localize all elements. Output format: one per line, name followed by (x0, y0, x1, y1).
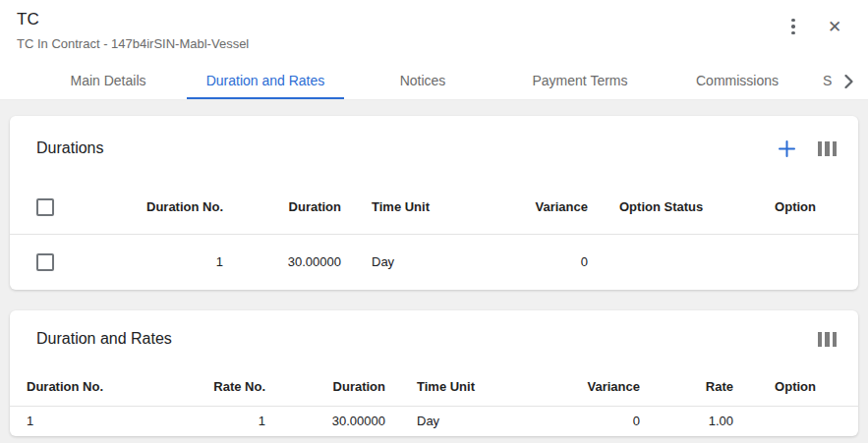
durations-header-row: Duration No. Duration Time Unit Variance… (10, 181, 858, 234)
columns-icon[interactable] (818, 332, 838, 347)
kebab-menu-icon[interactable] (783, 17, 803, 36)
col-time-unit: Time Unit (385, 367, 560, 406)
cell-time-unit: Day (385, 406, 560, 436)
tab-payment-terms[interactable]: Payment Terms (501, 63, 659, 99)
dialog-title-block: TC TC In Contract - 147b4irSIN-Mabl-Vess… (17, 9, 249, 51)
columns-icon[interactable] (818, 141, 838, 156)
duration-and-rates-card: Duration and Rates Duration No. Rate No.… (10, 310, 858, 436)
col-rate-no: Rate No. (147, 367, 265, 406)
tab-bar: Main Details Duration and Rates Notices … (0, 63, 868, 99)
cell-variance: 0 (560, 406, 640, 436)
tab-duration-and-rates[interactable]: Duration and Rates (187, 63, 344, 99)
durations-card-title: Durations (36, 139, 103, 157)
cell-option-status (588, 234, 725, 290)
cell-duration-no: 1 (10, 406, 147, 436)
select-all-checkbox[interactable] (36, 198, 54, 216)
durations-table: Duration No. Duration Time Unit Variance… (10, 181, 858, 290)
dialog-subtitle: TC In Contract - 147b4irSIN-Mabl-Vessel (17, 36, 249, 51)
durations-card: Durations Duration No. Duration Time Uni… (10, 116, 858, 290)
col-option: Option (733, 367, 858, 406)
col-time-unit: Time Unit (341, 181, 498, 234)
dialog-title: TC (17, 9, 249, 30)
kebab-dots (791, 19, 795, 35)
cell-time-unit: Day (341, 234, 498, 290)
col-duration-no: Duration No. (10, 367, 147, 406)
cell-duration-no: 1 (64, 234, 223, 290)
cell-duration: 30.00000 (265, 406, 385, 436)
close-icon[interactable]: ✕ (825, 17, 844, 36)
col-option: Option (725, 181, 858, 234)
close-glyph: ✕ (828, 19, 841, 35)
tab-truncated[interactable]: S (818, 63, 832, 99)
add-row-icon[interactable] (778, 138, 797, 158)
col-variance: Variance (498, 181, 588, 234)
cell-rate: 1.00 (640, 406, 733, 436)
cell-option (725, 234, 858, 290)
dialog-header: TC TC In Contract - 147b4irSIN-Mabl-Vess… (0, 0, 868, 100)
duration-and-rates-card-title: Duration and Rates (36, 330, 172, 348)
col-rate: Rate (640, 367, 733, 406)
col-duration: Duration (265, 367, 385, 406)
tab-main-details[interactable]: Main Details (29, 63, 187, 99)
rates-row[interactable]: 1 1 30.00000 Day 0 1.00 (10, 406, 858, 436)
row-checkbox[interactable] (36, 253, 54, 271)
tab-commissions[interactable]: Commissions (659, 63, 816, 99)
duration-and-rates-table: Duration No. Rate No. Duration Time Unit… (10, 367, 858, 436)
durations-row[interactable]: 1 30.00000 Day 0 (10, 234, 858, 290)
dialog-content: Durations Duration No. Duration Time Uni… (0, 100, 868, 436)
cell-option (733, 406, 858, 436)
col-duration-no: Duration No. (64, 181, 223, 234)
tab-notices[interactable]: Notices (344, 63, 501, 99)
chevron-right-icon[interactable] (832, 63, 865, 99)
col-duration: Duration (223, 181, 341, 234)
rates-header-row: Duration No. Rate No. Duration Time Unit… (10, 367, 858, 406)
cell-rate-no: 1 (147, 406, 265, 436)
cell-variance: 0 (498, 234, 588, 290)
col-option-status: Option Status (588, 181, 725, 234)
col-variance: Variance (560, 367, 640, 406)
cell-duration: 30.00000 (223, 234, 341, 290)
